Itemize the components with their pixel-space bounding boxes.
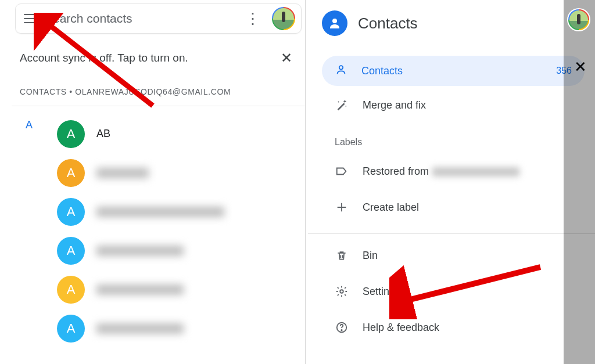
divider [308, 233, 595, 234]
close-icon[interactable]: ✕ [278, 48, 295, 69]
help-icon [335, 321, 349, 334]
close-icon-dimmed: ✕ [574, 58, 587, 76]
nav-item-bin[interactable]: Bin [308, 239, 585, 272]
contact-avatar: A [57, 120, 85, 148]
nav-item-label: Contacts [361, 65, 542, 77]
contact-avatar: A [57, 315, 85, 343]
contact-row[interactable]: A [12, 192, 305, 231]
contact-name-redacted [96, 246, 184, 256]
nav-item-contacts[interactable]: Contacts 356 [322, 56, 585, 86]
drawer-title: Contacts [358, 15, 418, 33]
gear-icon [335, 285, 349, 298]
nav-item-label: Create label [363, 201, 419, 214]
nav-item-merge[interactable]: Merge and fix [308, 88, 585, 122]
contact-row[interactable]: A [12, 309, 305, 348]
nav-item-label: Merge and fix [363, 99, 426, 111]
account-line: CONTACTS • OLANREWAJUSODIQ64@GMAIL.COM [12, 73, 305, 106]
contacts-app-icon [322, 10, 347, 36]
contact-avatar: A [57, 159, 85, 187]
drawer-header: Contacts [308, 0, 595, 46]
wand-icon [335, 99, 349, 111]
search-bar: Search contacts ⋮ [15, 3, 302, 34]
contacts-list: A AABAAAAA [12, 106, 305, 348]
contact-name-redacted [96, 284, 184, 295]
svg-point-4 [340, 290, 343, 293]
svg-point-1 [339, 66, 343, 69]
account-avatar-dimmed [567, 8, 590, 31]
contacts-main-pane: Search contacts ⋮ Account sync is off. T… [12, 0, 306, 364]
nav-item-label: Help & feedback [363, 322, 439, 334]
account-avatar[interactable] [272, 7, 295, 30]
dimmed-background: ✕ [564, 0, 595, 364]
contact-avatar: A [57, 276, 85, 304]
svg-point-3 [345, 106, 346, 107]
hamburger-menu-icon[interactable] [24, 14, 37, 23]
nav-item-label-restored[interactable]: Restored from [308, 154, 585, 188]
sync-banner[interactable]: Account sync is off. Tap to turn on. ✕ [12, 34, 305, 73]
trash-icon [335, 250, 349, 261]
section-letter: A [26, 119, 33, 131]
person-icon [335, 63, 347, 78]
svg-point-6 [341, 330, 342, 330]
nav-item-create-label[interactable]: Create label [308, 190, 585, 224]
contact-name-redacted [96, 323, 184, 334]
contact-avatar: A [57, 198, 85, 226]
contact-name: AB [96, 128, 110, 140]
contact-name-redacted [96, 207, 224, 217]
nav-item-label: Bin [363, 250, 378, 262]
nav-drawer: Contacts Contacts 356 Merge and fix Labe… [308, 0, 595, 364]
svg-point-0 [332, 19, 337, 23]
contact-row[interactable]: A [12, 231, 305, 270]
label-icon [335, 165, 349, 178]
nav-item-label: Restored from [363, 165, 519, 178]
contact-row[interactable]: A [12, 153, 305, 192]
svg-point-2 [338, 102, 339, 103]
contact-row[interactable]: AAB [12, 114, 305, 153]
nav-item-help[interactable]: Help & feedback [308, 311, 585, 344]
more-options-icon[interactable]: ⋮ [242, 10, 264, 28]
nav-item-settings[interactable]: Settings [308, 275, 585, 308]
nav-item-label: Settings [363, 286, 400, 298]
search-input[interactable]: Search contacts [45, 12, 234, 26]
contact-avatar: A [57, 237, 85, 265]
labels-heading: Labels [308, 122, 595, 152]
plus-icon [335, 201, 349, 214]
contact-row[interactable]: A [12, 270, 305, 309]
contact-name-redacted [96, 168, 149, 178]
sync-banner-text: Account sync is off. Tap to turn on. [20, 52, 188, 64]
